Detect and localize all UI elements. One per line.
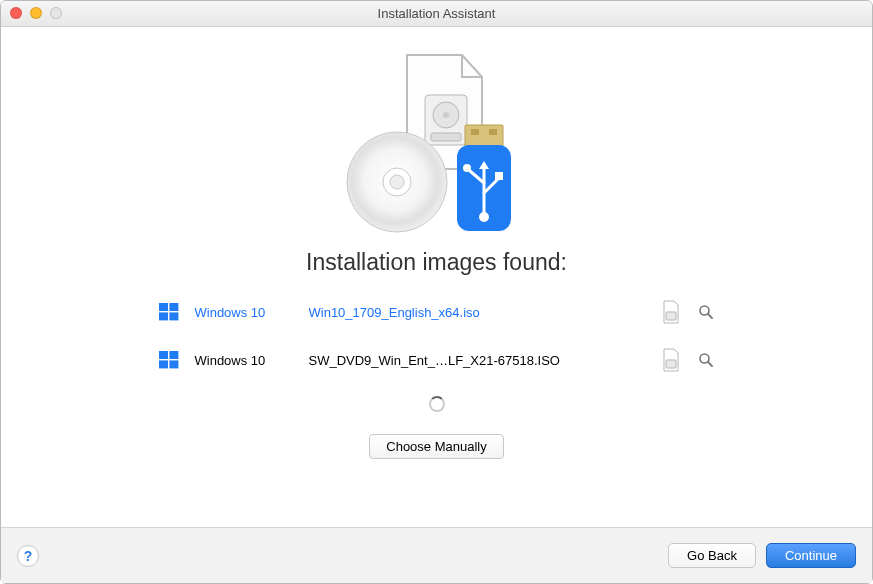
choose-manually-button[interactable]: Choose Manually	[369, 434, 503, 459]
reveal-in-finder-button[interactable]	[695, 301, 717, 323]
minimize-window-button[interactable]	[30, 7, 42, 19]
titlebar: Installation Assistant	[1, 1, 872, 27]
heading: Installation images found:	[306, 249, 567, 276]
loading-spinner	[429, 396, 445, 412]
os-name: Windows 10	[195, 353, 295, 368]
help-button[interactable]: ?	[17, 545, 39, 567]
svg-rect-25	[169, 360, 178, 368]
svg-point-2	[443, 112, 449, 118]
file-name: Win10_1709_English_x64.iso	[309, 305, 647, 320]
svg-rect-16	[169, 303, 178, 311]
svg-rect-22	[159, 351, 168, 359]
installation-images-list: Windows 10 Win10_1709_English_x64.iso	[157, 300, 717, 372]
svg-rect-9	[489, 129, 497, 135]
svg-rect-24	[159, 360, 168, 368]
svg-rect-26	[666, 360, 676, 368]
windows-logo-icon	[157, 300, 181, 324]
svg-rect-14	[495, 172, 503, 180]
reveal-in-finder-button[interactable]	[695, 349, 717, 371]
svg-line-28	[708, 362, 712, 366]
svg-rect-8	[471, 129, 479, 135]
main-content: Installation images found: Windows 10 Wi…	[1, 27, 872, 527]
svg-rect-17	[159, 312, 168, 320]
svg-point-13	[463, 164, 471, 172]
close-window-button[interactable]	[10, 7, 22, 19]
svg-rect-19	[666, 312, 676, 320]
windows-logo-icon	[157, 348, 181, 372]
installation-image-row[interactable]: Windows 10 SW_DVD9_Win_Ent_…LF_X21-67518…	[157, 348, 717, 372]
svg-rect-7	[465, 125, 503, 147]
svg-point-6	[390, 175, 404, 189]
disk-image-icon	[661, 300, 681, 324]
svg-rect-23	[169, 351, 178, 359]
svg-point-12	[479, 212, 489, 222]
zoom-window-button[interactable]	[50, 7, 62, 19]
os-name: Windows 10	[195, 305, 295, 320]
svg-rect-15	[159, 303, 168, 311]
window-title: Installation Assistant	[378, 6, 496, 21]
installation-assistant-window: Installation Assistant	[0, 0, 873, 584]
disk-image-icon	[661, 348, 681, 372]
svg-rect-18	[169, 312, 178, 320]
go-back-button[interactable]: Go Back	[668, 543, 756, 568]
window-controls	[10, 7, 62, 19]
file-name: SW_DVD9_Win_Ent_…LF_X21-67518.ISO	[309, 353, 647, 368]
continue-button[interactable]: Continue	[766, 543, 856, 568]
installation-image-row[interactable]: Windows 10 Win10_1709_English_x64.iso	[157, 300, 717, 324]
svg-line-21	[708, 314, 712, 318]
svg-rect-3	[431, 133, 461, 141]
footer: ? Go Back Continue	[1, 527, 872, 583]
hero-illustration	[337, 47, 537, 237]
